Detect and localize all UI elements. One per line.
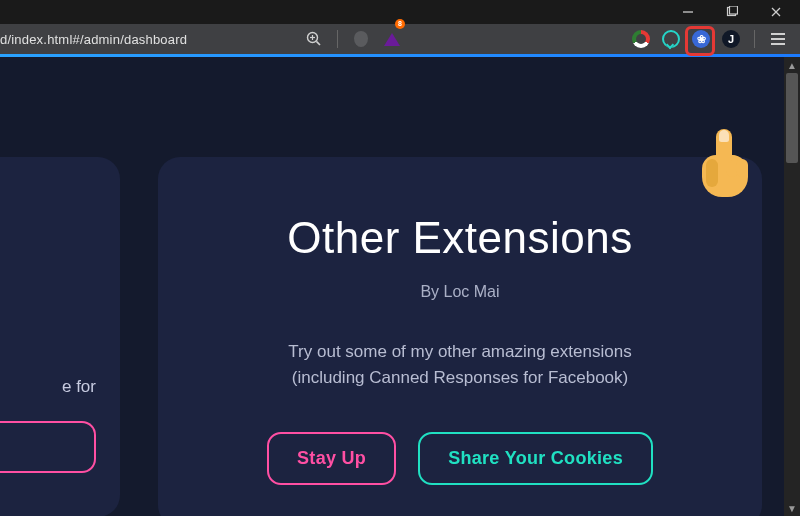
triangle-icon: 8 bbox=[384, 33, 400, 46]
maximize-icon bbox=[726, 6, 738, 18]
other-extensions-card: Other Extensions By Loc Mai Try out some… bbox=[158, 157, 762, 516]
highlighted-extension-button[interactable]: ❀ bbox=[691, 29, 711, 49]
scrollbar-thumb[interactable] bbox=[786, 73, 798, 163]
card-title: Other Extensions bbox=[208, 213, 712, 263]
share-cookies-button[interactable]: Share Your Cookies bbox=[418, 432, 653, 485]
brave-shields-button[interactable] bbox=[351, 29, 371, 49]
card-description: Try out some of my other amazing extensi… bbox=[208, 339, 712, 392]
window-close-button[interactable] bbox=[756, 0, 796, 24]
card-button-row: Stay Up Share Your Cookies bbox=[208, 432, 712, 485]
rewards-badge: 8 bbox=[395, 19, 405, 29]
card-description-line1: Try out some of my other amazing extensi… bbox=[288, 342, 631, 361]
hamburger-icon bbox=[771, 33, 785, 45]
hand-shadow-icon bbox=[706, 159, 718, 187]
magnifier-plus-icon bbox=[306, 31, 322, 47]
tricolor-circle-icon bbox=[632, 30, 650, 48]
window-minimize-button[interactable] bbox=[668, 0, 708, 24]
zoom-button[interactable] bbox=[304, 29, 324, 49]
left-card-button-fragment[interactable] bbox=[0, 421, 96, 473]
tutorial-pointer-hand bbox=[696, 129, 754, 207]
toolbar-divider bbox=[337, 30, 338, 48]
toolbar-divider-2 bbox=[754, 30, 755, 48]
toolbar-right-group: 8 ❀ J bbox=[304, 29, 792, 49]
page-content: e for Other Extensions By Loc Mai Try ou… bbox=[0, 57, 800, 516]
card-description-line2: (including Canned Responses for Facebook… bbox=[292, 368, 628, 387]
j-extension-button[interactable]: J bbox=[721, 29, 741, 49]
window-maximize-button[interactable] bbox=[712, 0, 752, 24]
hand-knuckle2-icon bbox=[736, 159, 748, 177]
brave-rewards-button[interactable]: 8 bbox=[381, 29, 403, 49]
scrollbar-up-arrow-icon[interactable]: ▲ bbox=[784, 57, 800, 73]
hand-nail-icon bbox=[719, 130, 729, 142]
messenger-icon bbox=[662, 30, 680, 48]
scrollbar-down-arrow-icon[interactable]: ▼ bbox=[784, 500, 800, 516]
card-subtitle: By Loc Mai bbox=[208, 283, 712, 301]
svg-rect-2 bbox=[730, 6, 738, 14]
browser-menu-button[interactable] bbox=[768, 29, 788, 49]
browser-toolbar: d/index.html#/admin/dashboard 8 bbox=[0, 24, 800, 54]
messenger-extension-button[interactable] bbox=[661, 29, 681, 49]
close-icon bbox=[770, 6, 782, 18]
j-icon: J bbox=[722, 30, 740, 48]
tutorial-highlight-box bbox=[685, 26, 715, 56]
vertical-scrollbar[interactable]: ▲ ▼ bbox=[784, 57, 800, 516]
address-bar-url[interactable]: d/index.html#/admin/dashboard bbox=[0, 32, 187, 47]
left-card-text-fragment: e for bbox=[0, 377, 96, 397]
minimize-icon bbox=[682, 6, 694, 18]
svg-line-6 bbox=[316, 41, 320, 45]
extension-1-button[interactable] bbox=[631, 29, 651, 49]
stay-up-button[interactable]: Stay Up bbox=[267, 432, 396, 485]
shield-icon bbox=[352, 29, 370, 49]
browser-window: d/index.html#/admin/dashboard 8 bbox=[0, 0, 800, 516]
left-card-partial: e for bbox=[0, 157, 120, 516]
